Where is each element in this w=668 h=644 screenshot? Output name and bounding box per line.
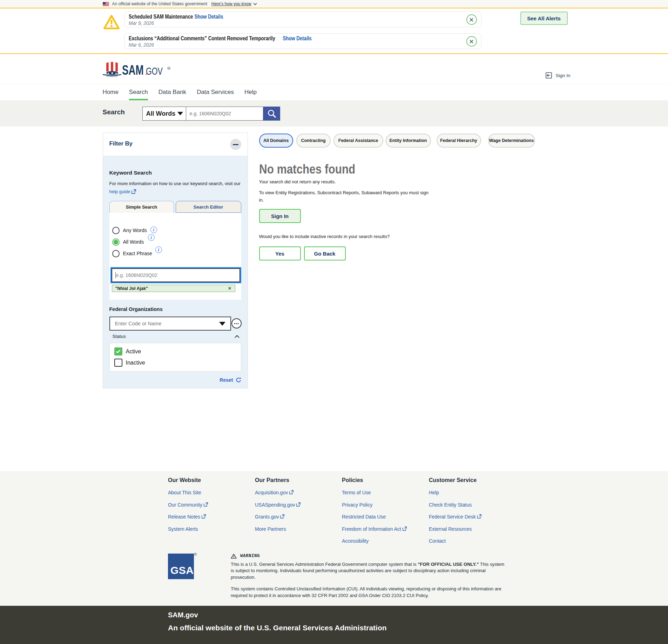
svg-text:GOV: GOV xyxy=(146,66,163,77)
svg-text:R: R xyxy=(168,67,169,69)
svg-text:SAM: SAM xyxy=(122,63,144,77)
